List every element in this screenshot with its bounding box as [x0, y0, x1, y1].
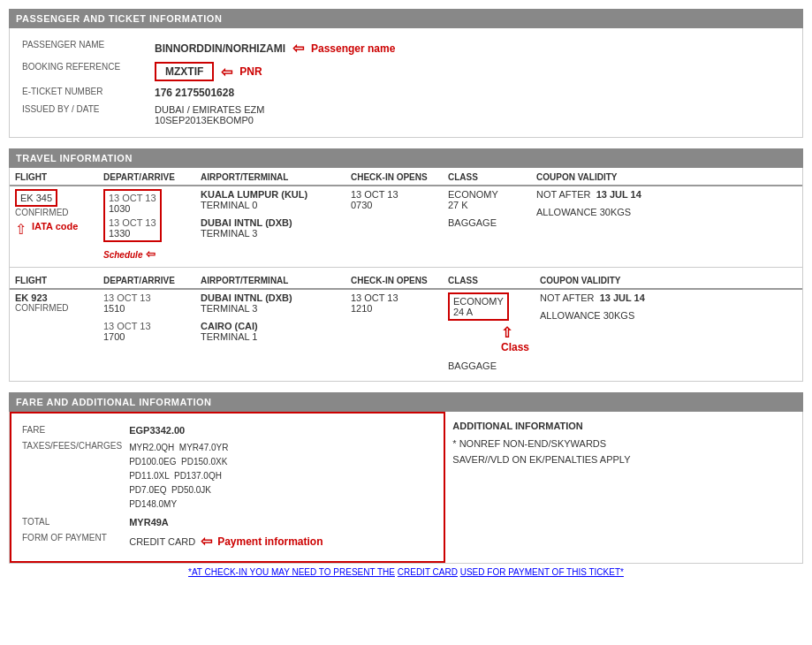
- col2-airport: AIRPORT/TERMINAL: [195, 271, 345, 289]
- issued-value: DUBAI / EMIRATES EZM 10SEP2013EKBOMP0: [149, 102, 795, 128]
- class-arrow: ⇧: [501, 325, 512, 340]
- additional-info-header: ADDITIONAL INFORMATION: [452, 421, 795, 431]
- flight1-airport1-name: KUALA LUMPUR (KUL): [201, 189, 340, 200]
- bottom-note: *AT CHECK-IN YOU MAY NEED TO PRESENT THE…: [9, 567, 803, 577]
- flight2-airport2-terminal: TERMINAL 1: [201, 331, 340, 342]
- flight2-number-cell: EK 923 CONFIRMED: [10, 289, 98, 374]
- flight1-depart-date: 13 OCT 13: [109, 193, 156, 203]
- class-annotation-text: Class: [501, 341, 529, 353]
- pnr-annotation: PNR: [239, 65, 262, 78]
- flight2-not-after: NOT AFTER: [540, 292, 595, 303]
- col-validity: COUPON VALIDITY: [531, 168, 802, 186]
- flight1-airport2-terminal: TERMINAL 3: [201, 228, 340, 239]
- flight2-airport-cell: DUBAI INTNL (DXB) TERMINAL 3 CAIRO (CAI)…: [195, 289, 345, 374]
- passenger-name-arrow: ⇦: [292, 40, 304, 57]
- flight2-arrive-time: 1700: [103, 331, 190, 342]
- issued-label: ISSUED BY / DATE: [17, 102, 149, 128]
- travel-table-2: FLIGHT DEPART/ARRIVE AIRPORT/TERMINAL CH…: [10, 271, 802, 374]
- flight2-class-name: ECONOMY: [453, 296, 504, 307]
- flight2-depart-time: 1510: [103, 303, 190, 314]
- total-label: TOTAL: [19, 514, 125, 530]
- eticket-value: 176 2175501628: [149, 84, 795, 102]
- passenger-section-header: PASSENGER AND TICKET INFORMATION: [9, 9, 803, 28]
- flight1-validity-date: 13 JUL 14: [596, 189, 641, 200]
- flight2-checkin-date: 13 OCT 13: [351, 292, 437, 303]
- class-annotation: ⇧ Class: [501, 324, 529, 353]
- flight2-checkin-time: 1210: [351, 303, 437, 314]
- flight1-validity-cell: NOT AFTER 13 JUL 14 ALLOWANCE 30KGS: [531, 186, 802, 263]
- col2-flight: FLIGHT: [10, 271, 98, 289]
- booking-ref-value: MZXTIF: [155, 62, 214, 81]
- flight2-validity-cell: NOT AFTER 13 JUL 14 ALLOWANCE 30KGS: [535, 289, 802, 374]
- flight1-airport2-name: DUBAI INTNL (DXB): [201, 217, 340, 228]
- flight1-arrive-date: 13 OCT 13: [109, 217, 156, 228]
- col2-depart: DEPART/ARRIVE: [98, 271, 195, 289]
- col2-validity: COUPON VALIDITY: [535, 271, 802, 289]
- flight2-airport1-name: DUBAI INTNL (DXB): [201, 292, 340, 303]
- flight1-class-name: ECONOMY: [448, 189, 526, 200]
- travel-section: TRAVEL INFORMATION FLIGHT DEPART/ARRIVE …: [9, 148, 803, 382]
- passenger-section: PASSENGER AND TICKET INFORMATION PASSENG…: [9, 9, 803, 138]
- flight1-airport1-terminal: TERMINAL 0: [201, 200, 340, 210]
- col-flight: FLIGHT: [10, 168, 98, 186]
- passenger-name-value: BINNORDDIN/NORHIZAMI: [155, 42, 285, 55]
- pnr-arrow: ⇦: [221, 64, 232, 80]
- flight1-baggage-label: BAGGAGE: [448, 217, 526, 228]
- travel-section-header: TRAVEL INFORMATION: [9, 148, 803, 168]
- passenger-info-table: PASSENGER NAME BINNORDDIN/NORHIZAMI ⇦ Pa…: [17, 37, 795, 128]
- flight1-number-cell: EK 345 CONFIRMED ⇧ IATA code: [10, 186, 98, 263]
- flight2-validity-date: 13 JUL 14: [600, 292, 645, 303]
- fare-section: FARE AND ADDITIONAL INFORMATION FARE EGP…: [9, 392, 803, 577]
- iata-arrow: ⇧: [15, 221, 27, 238]
- flight1-checkin-cell: 13 OCT 13 0730: [345, 186, 443, 263]
- flight2-class-box: ECONOMY 24 A: [448, 292, 509, 321]
- fare-section-header: FARE AND ADDITIONAL INFORMATION: [9, 392, 803, 412]
- col-checkin: CHECK-IN OPENS: [345, 168, 443, 186]
- flight2-number: EK 923: [15, 292, 93, 303]
- taxes-label: TAXES/FEES/CHARGES: [19, 438, 125, 514]
- passenger-name-annotation: Passenger name: [311, 42, 395, 55]
- flight2-class-cell: ECONOMY 24 A ⇧ Class BAGGAGE: [443, 289, 535, 374]
- schedule-annotation: Schedule: [103, 250, 142, 260]
- flight1-checkin-time: 0730: [351, 200, 437, 210]
- flight2-checkin-cell: 13 OCT 13 1210: [345, 289, 443, 374]
- flight1-checkin-date: 13 OCT 13: [351, 189, 437, 200]
- taxes-value: MYR2.0QH MYR47.0YR PD100.0EG PD150.0XK P…: [125, 438, 436, 514]
- flight2-depart-date: 13 OCT 13: [103, 292, 190, 303]
- flight1-status: CONFIRMED: [15, 208, 69, 217]
- bottom-note-text: *AT CHECK-IN YOU MAY NEED TO PRESENT THE: [188, 567, 395, 577]
- col-depart: DEPART/ARRIVE: [98, 168, 195, 186]
- flight1-arrive-time: 1330: [109, 228, 156, 239]
- payment-value-cell: CREDIT CARD ⇦ Payment information: [125, 530, 436, 552]
- eticket-label: E-TICKET NUMBER: [17, 84, 149, 102]
- schedule-arrow: ⇦: [146, 247, 156, 261]
- flight1-class-cell: ECONOMY 27 K BAGGAGE: [443, 186, 531, 263]
- col-class: CLASS: [443, 168, 531, 186]
- col2-class: CLASS: [443, 271, 535, 289]
- flight2-airport1-terminal: TERMINAL 3: [201, 303, 340, 314]
- fare-left-panel: FARE EGP3342.00 TAXES/FEES/CHARGES MYR2.…: [10, 412, 445, 563]
- flight2-arrive-date: 13 OCT 13: [103, 321, 190, 331]
- col-airport: AIRPORT/TERMINAL: [195, 168, 345, 186]
- flight2-status: CONFIRMED: [15, 303, 93, 313]
- flight2-baggage-label: BAGGAGE: [448, 360, 529, 371]
- flight1-not-after: NOT AFTER: [536, 189, 591, 200]
- fare-right-panel: ADDITIONAL INFORMATION * NONREF NON-END/…: [445, 412, 802, 563]
- iata-annotation: IATA code: [32, 221, 78, 231]
- passenger-name-label: PASSENGER NAME: [17, 37, 149, 59]
- payment-arrow: ⇦: [201, 533, 212, 550]
- flight2-baggage-value: ALLOWANCE 30KGS: [540, 310, 797, 321]
- flight1-class-code: 27 K: [448, 200, 526, 210]
- flight2-airport2-name: CAIRO (CAI): [201, 321, 340, 331]
- payment-value: CREDIT CARD: [129, 536, 195, 547]
- payment-label: FORM OF PAYMENT: [19, 530, 125, 552]
- flight1-depart-cell: 13 OCT 13 1030 13 OCT 13 1330 Schedule ⇦: [98, 186, 195, 263]
- flight2-class-code: 24 A: [453, 307, 504, 317]
- bottom-note-link: CREDIT CARD: [398, 567, 458, 577]
- total-value: MYR49A: [125, 514, 436, 530]
- bottom-note-end: USED FOR PAYMENT OF THIS TICKET*: [460, 567, 624, 577]
- travel-table-1: FLIGHT DEPART/ARRIVE AIRPORT/TERMINAL CH…: [10, 168, 802, 263]
- flight1-number: EK 345: [15, 189, 57, 207]
- fare-details-table: FARE EGP3342.00 TAXES/FEES/CHARGES MYR2.…: [19, 422, 436, 552]
- additional-info-text: * NONREF NON-END/SKYWARDS SAVER//VLD ON …: [452, 436, 795, 467]
